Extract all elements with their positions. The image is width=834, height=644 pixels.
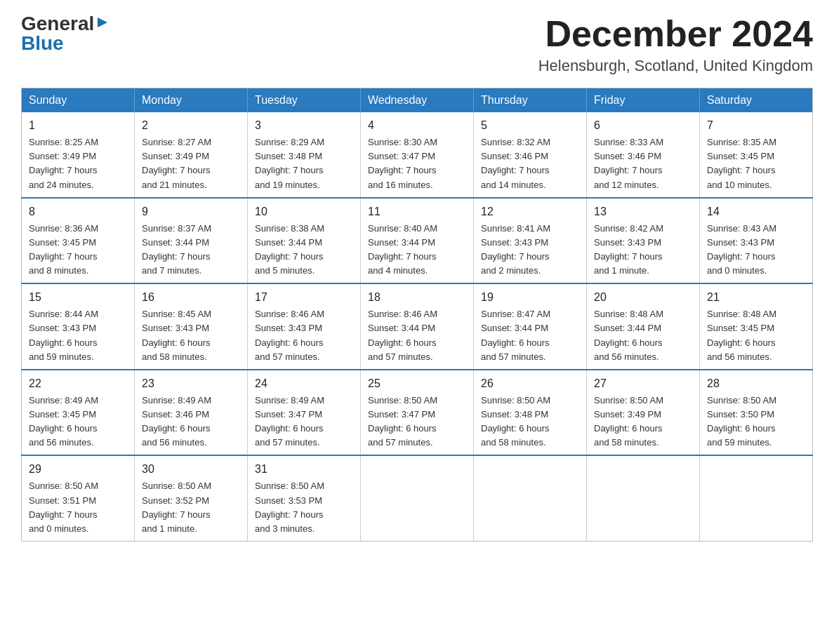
weekday-header-sunday: Sunday: [22, 88, 135, 113]
svg-marker-0: [98, 18, 107, 27]
calendar-cell: 27 Sunrise: 8:50 AMSunset: 3:49 PMDaylig…: [587, 370, 700, 456]
calendar-cell: 14 Sunrise: 8:43 AMSunset: 3:43 PMDaylig…: [700, 198, 813, 284]
calendar-cell: 21 Sunrise: 8:48 AMSunset: 3:45 PMDaylig…: [700, 283, 813, 370]
day-info: Sunrise: 8:37 AMSunset: 3:44 PMDaylight:…: [142, 223, 211, 276]
day-info: Sunrise: 8:41 AMSunset: 3:43 PMDaylight:…: [481, 223, 550, 276]
day-number: 17: [255, 289, 353, 306]
day-info: Sunrise: 8:30 AMSunset: 3:47 PMDaylight:…: [368, 137, 437, 189]
logo-general-text: General: [21, 14, 94, 34]
calendar-week-row: 15 Sunrise: 8:44 AMSunset: 3:43 PMDaylig…: [22, 283, 813, 370]
day-info: Sunrise: 8:50 AMSunset: 3:52 PMDaylight:…: [142, 481, 211, 533]
calendar-cell: [700, 455, 813, 541]
logo: General Blue: [21, 14, 109, 53]
day-info: Sunrise: 8:25 AMSunset: 3:49 PMDaylight:…: [29, 137, 98, 189]
day-number: 28: [707, 375, 805, 392]
calendar-cell: 8 Sunrise: 8:36 AMSunset: 3:45 PMDayligh…: [22, 198, 135, 284]
calendar-cell: 18 Sunrise: 8:46 AMSunset: 3:44 PMDaylig…: [361, 283, 474, 370]
day-info: Sunrise: 8:50 AMSunset: 3:50 PMDaylight:…: [707, 395, 776, 448]
day-number: 29: [29, 461, 127, 478]
calendar-week-row: 29 Sunrise: 8:50 AMSunset: 3:51 PMDaylig…: [22, 455, 813, 541]
day-number: 9: [142, 203, 240, 220]
day-number: 2: [142, 117, 240, 134]
calendar-cell: 3 Sunrise: 8:29 AMSunset: 3:48 PMDayligh…: [248, 112, 361, 198]
calendar-cell: 25 Sunrise: 8:50 AMSunset: 3:47 PMDaylig…: [361, 370, 474, 456]
day-info: Sunrise: 8:45 AMSunset: 3:43 PMDaylight:…: [142, 309, 211, 361]
day-number: 23: [142, 375, 240, 392]
calendar-cell: 29 Sunrise: 8:50 AMSunset: 3:51 PMDaylig…: [22, 455, 135, 541]
day-info: Sunrise: 8:43 AMSunset: 3:43 PMDaylight:…: [707, 223, 776, 276]
calendar-cell: 12 Sunrise: 8:41 AMSunset: 3:43 PMDaylig…: [474, 198, 587, 284]
calendar-cell: [474, 455, 587, 541]
day-number: 3: [255, 117, 353, 134]
day-info: Sunrise: 8:49 AMSunset: 3:47 PMDaylight:…: [255, 395, 324, 448]
day-number: 14: [707, 203, 805, 220]
calendar-cell: 13 Sunrise: 8:42 AMSunset: 3:43 PMDaylig…: [587, 198, 700, 284]
day-info: Sunrise: 8:50 AMSunset: 3:51 PMDaylight:…: [29, 481, 98, 533]
day-info: Sunrise: 8:48 AMSunset: 3:44 PMDaylight:…: [594, 309, 663, 361]
day-number: 20: [594, 289, 692, 306]
day-number: 15: [29, 289, 127, 306]
day-number: 12: [481, 203, 579, 220]
weekday-header-monday: Monday: [135, 88, 248, 113]
weekday-header-wednesday: Wednesday: [361, 88, 474, 113]
weekday-header-friday: Friday: [587, 88, 700, 113]
day-info: Sunrise: 8:40 AMSunset: 3:44 PMDaylight:…: [368, 223, 437, 276]
day-number: 27: [594, 375, 692, 392]
calendar-cell: 22 Sunrise: 8:49 AMSunset: 3:45 PMDaylig…: [22, 370, 135, 456]
day-info: Sunrise: 8:48 AMSunset: 3:45 PMDaylight:…: [707, 309, 776, 361]
day-number: 21: [707, 289, 805, 306]
day-number: 6: [594, 117, 692, 134]
day-info: Sunrise: 8:50 AMSunset: 3:49 PMDaylight:…: [594, 395, 663, 448]
calendar-week-row: 1 Sunrise: 8:25 AMSunset: 3:49 PMDayligh…: [22, 112, 813, 198]
day-info: Sunrise: 8:50 AMSunset: 3:53 PMDaylight:…: [255, 481, 324, 533]
calendar-cell: 26 Sunrise: 8:50 AMSunset: 3:48 PMDaylig…: [474, 370, 587, 456]
calendar-cell: 7 Sunrise: 8:35 AMSunset: 3:45 PMDayligh…: [700, 112, 813, 198]
calendar-cell: 20 Sunrise: 8:48 AMSunset: 3:44 PMDaylig…: [587, 283, 700, 370]
month-title: December 2024: [538, 14, 813, 54]
day-number: 26: [481, 375, 579, 392]
weekday-header-tuesday: Tuesday: [248, 88, 361, 113]
day-number: 18: [368, 289, 466, 306]
day-info: Sunrise: 8:35 AMSunset: 3:45 PMDaylight:…: [707, 137, 776, 189]
weekday-header-saturday: Saturday: [700, 88, 813, 113]
calendar-cell: 17 Sunrise: 8:46 AMSunset: 3:43 PMDaylig…: [248, 283, 361, 370]
logo-blue-text: Blue: [21, 34, 64, 53]
header: General Blue December 2024 Helensburgh, …: [21, 14, 813, 75]
day-number: 4: [368, 117, 466, 134]
calendar-cell: 31 Sunrise: 8:50 AMSunset: 3:53 PMDaylig…: [248, 455, 361, 541]
calendar-week-row: 8 Sunrise: 8:36 AMSunset: 3:45 PMDayligh…: [22, 198, 813, 284]
calendar-cell: [587, 455, 700, 541]
day-info: Sunrise: 8:44 AMSunset: 3:43 PMDaylight:…: [29, 309, 98, 361]
weekday-header-row: SundayMondayTuesdayWednesdayThursdayFrid…: [22, 88, 813, 113]
title-area: December 2024 Helensburgh, Scotland, Uni…: [538, 14, 813, 75]
day-info: Sunrise: 8:27 AMSunset: 3:49 PMDaylight:…: [142, 137, 211, 189]
day-number: 13: [594, 203, 692, 220]
day-number: 24: [255, 375, 353, 392]
location-text: Helensburgh, Scotland, United Kingdom: [538, 57, 813, 75]
day-info: Sunrise: 8:49 AMSunset: 3:45 PMDaylight:…: [29, 395, 98, 448]
day-number: 25: [368, 375, 466, 392]
calendar-cell: [361, 455, 474, 541]
calendar-cell: 10 Sunrise: 8:38 AMSunset: 3:44 PMDaylig…: [248, 198, 361, 284]
day-info: Sunrise: 8:38 AMSunset: 3:44 PMDaylight:…: [255, 223, 324, 276]
calendar-cell: 15 Sunrise: 8:44 AMSunset: 3:43 PMDaylig…: [22, 283, 135, 370]
calendar-cell: 4 Sunrise: 8:30 AMSunset: 3:47 PMDayligh…: [361, 112, 474, 198]
day-info: Sunrise: 8:47 AMSunset: 3:44 PMDaylight:…: [481, 309, 550, 361]
day-number: 5: [481, 117, 579, 134]
day-number: 8: [29, 203, 127, 220]
calendar-cell: 5 Sunrise: 8:32 AMSunset: 3:46 PMDayligh…: [474, 112, 587, 198]
day-number: 16: [142, 289, 240, 306]
calendar-cell: 24 Sunrise: 8:49 AMSunset: 3:47 PMDaylig…: [248, 370, 361, 456]
calendar-cell: 28 Sunrise: 8:50 AMSunset: 3:50 PMDaylig…: [700, 370, 813, 456]
day-info: Sunrise: 8:50 AMSunset: 3:47 PMDaylight:…: [368, 395, 437, 448]
day-number: 11: [368, 203, 466, 220]
calendar-cell: 30 Sunrise: 8:50 AMSunset: 3:52 PMDaylig…: [135, 455, 248, 541]
calendar-cell: 11 Sunrise: 8:40 AMSunset: 3:44 PMDaylig…: [361, 198, 474, 284]
day-number: 22: [29, 375, 127, 392]
calendar-cell: 23 Sunrise: 8:49 AMSunset: 3:46 PMDaylig…: [135, 370, 248, 456]
day-info: Sunrise: 8:46 AMSunset: 3:43 PMDaylight:…: [255, 309, 324, 361]
calendar-cell: 2 Sunrise: 8:27 AMSunset: 3:49 PMDayligh…: [135, 112, 248, 198]
weekday-header-thursday: Thursday: [474, 88, 587, 113]
day-info: Sunrise: 8:50 AMSunset: 3:48 PMDaylight:…: [481, 395, 550, 448]
day-number: 10: [255, 203, 353, 220]
